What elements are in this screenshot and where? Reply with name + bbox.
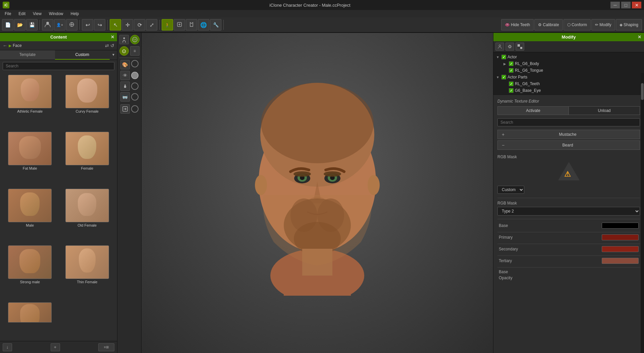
- actor-button[interactable]: [42, 19, 53, 31]
- list-item[interactable]: Fat Male: [3, 132, 57, 186]
- rt-light-icon[interactable]: [505, 43, 514, 51]
- rotate-tool-button[interactable]: ⟳: [134, 19, 145, 31]
- dte-search-input[interactable]: [497, 118, 640, 126]
- calibrate-button[interactable]: ⚙ Calibrate: [534, 19, 562, 31]
- shaping-button[interactable]: ◈ Shaping: [616, 19, 642, 31]
- window-controls: ─ □ ✕: [610, 2, 641, 8]
- import-button[interactable]: [120, 104, 130, 114]
- viewport[interactable]: [142, 33, 493, 353]
- pose-button[interactable]: 🚶: [162, 19, 173, 31]
- tab-template[interactable]: Template: [0, 50, 55, 60]
- list-item[interactable]: Male: [3, 189, 57, 243]
- tab-custom[interactable]: Custom: [55, 50, 110, 60]
- list-view-button[interactable]: ≡⊞: [98, 343, 114, 351]
- cloth-button[interactable]: [186, 19, 197, 31]
- list-item[interactable]: Curvy Female: [60, 75, 115, 129]
- menu-window[interactable]: Window: [46, 11, 67, 17]
- move-tool-button[interactable]: ✛: [122, 19, 133, 31]
- skin-button[interactable]: ⊙: [119, 46, 129, 56]
- tree-item-teeth[interactable]: ✓ RL_G6_Teeth: [493, 80, 644, 87]
- face-tool-button[interactable]: 🥽: [120, 92, 130, 102]
- skin-tool-button[interactable]: 🎨: [120, 60, 130, 69]
- eye-button[interactable]: 👁: [120, 71, 130, 80]
- tree-item-actor[interactable]: ▼ ✓ Actor: [493, 54, 644, 60]
- base-color-swatch[interactable]: [602, 223, 639, 229]
- add-actor-button[interactable]: 👤+: [54, 19, 65, 31]
- panel-options-icon[interactable]: ▾: [110, 50, 117, 60]
- refresh-icon[interactable]: ↺: [110, 43, 114, 48]
- svg-point-6: [135, 39, 136, 40]
- activate-button[interactable]: Activate: [498, 107, 569, 115]
- list-item[interactable]: [3, 302, 57, 338]
- tree-item-actor-parts[interactable]: ▼ ✓ Actor Parts: [493, 74, 644, 80]
- skeleton-button[interactable]: [174, 19, 185, 31]
- menu-help[interactable]: Help: [67, 11, 83, 17]
- maximize-button[interactable]: □: [621, 2, 631, 8]
- body-morph-button[interactable]: [119, 35, 129, 44]
- rgb-mask-section: RGB Mask ⚠ Custom RGB Mask: [497, 155, 640, 280]
- menu-edit[interactable]: Edit: [15, 11, 29, 17]
- rgb-mask-type-label: RGB Mask: [497, 201, 640, 205]
- beard-minus-icon[interactable]: −: [502, 142, 504, 148]
- secondary-color-row: Secondary: [497, 246, 640, 252]
- svg-point-28: [255, 175, 267, 195]
- face-morph-button[interactable]: [130, 35, 140, 44]
- list-item[interactable]: Strong male: [3, 245, 57, 300]
- conform-button[interactable]: ⬡ Conform: [564, 19, 591, 31]
- tree-item-body[interactable]: ▶ ✓ RL_G6_Body: [493, 60, 644, 67]
- tree-view: ▼ ✓ Actor ▶ ✓ RL_G6_Body ✓ RL_G6_Tongue …: [493, 52, 644, 96]
- open-button[interactable]: 📂: [14, 19, 25, 31]
- rgb-mask-type-dropdown[interactable]: Type 2: [497, 207, 640, 216]
- redo-button[interactable]: ↪: [94, 19, 105, 31]
- content-close-icon[interactable]: ✕: [111, 35, 114, 40]
- scale-tool-button[interactable]: ⤢: [146, 19, 157, 31]
- list-item[interactable]: Thin Female: [60, 245, 115, 300]
- primary-color-swatch[interactable]: [602, 234, 639, 240]
- breadcrumb: ← ▶ Face ⇄ ↺: [0, 41, 117, 50]
- minimize-button[interactable]: ─: [610, 2, 620, 8]
- tree-item-eye[interactable]: ✓ G6_Base_Eye: [493, 87, 644, 94]
- tertiary-color-swatch[interactable]: [602, 258, 639, 264]
- new-button[interactable]: 📄: [2, 19, 13, 31]
- menu-file[interactable]: File: [1, 11, 14, 17]
- add-item-button[interactable]: +: [51, 343, 60, 351]
- undo-button[interactable]: ↩: [82, 19, 93, 31]
- mustache-plus-icon[interactable]: +: [502, 132, 504, 137]
- custom-dropdown[interactable]: Custom: [497, 186, 524, 194]
- content-panel: Content ✕ ← ▶ Face ⇄ ↺ Template Custom ▾: [0, 33, 117, 353]
- rt-checkerboard-icon[interactable]: [516, 43, 524, 51]
- app-logo: iC: [3, 2, 9, 8]
- search-input[interactable]: [3, 62, 114, 70]
- unload-button[interactable]: Unload: [569, 107, 640, 115]
- search-bar: [0, 60, 117, 72]
- list-item[interactable]: Old Female: [60, 189, 115, 243]
- content-grid: Athletic Female Curvy Female Fat Male: [0, 72, 117, 341]
- select-tool-button[interactable]: ↖: [110, 19, 121, 31]
- modify-button[interactable]: ✏ Modify: [591, 19, 615, 31]
- secondary-color-swatch[interactable]: [602, 246, 639, 252]
- svg-point-29: [368, 175, 380, 195]
- rt-actor-icon[interactable]: [495, 43, 504, 51]
- tree-item-tongue[interactable]: ✓ RL_G6_Tongue: [493, 67, 644, 74]
- physics-button[interactable]: 🔧: [210, 19, 221, 31]
- menu-view[interactable]: View: [30, 11, 45, 17]
- swap-icon[interactable]: ⇄: [105, 43, 109, 48]
- small-circle1: [131, 60, 139, 67]
- close-button[interactable]: ✕: [632, 2, 641, 8]
- modify-close-icon[interactable]: ✕: [638, 35, 641, 40]
- small-circle4: [131, 93, 139, 101]
- base-color-label: Base: [499, 223, 508, 228]
- globe-button[interactable]: 🌐: [198, 19, 209, 31]
- list-item[interactable]: Female: [60, 132, 115, 186]
- right-scrollbar[interactable]: [641, 73, 644, 353]
- svg-point-5: [133, 39, 135, 40]
- list-item[interactable]: Athletic Female: [3, 75, 57, 129]
- morph-slider-button[interactable]: ≡: [130, 46, 140, 56]
- body-paint-button[interactable]: [120, 81, 130, 91]
- save-button[interactable]: 💾: [26, 19, 38, 31]
- actor-settings-button[interactable]: [66, 19, 77, 31]
- scroll-down-button[interactable]: ↓: [3, 343, 12, 351]
- back-icon[interactable]: ←: [3, 43, 7, 48]
- hide-teeth-button[interactable]: 👄 Hide Teeth: [501, 19, 534, 31]
- opacity-label: Opacity: [499, 276, 513, 280]
